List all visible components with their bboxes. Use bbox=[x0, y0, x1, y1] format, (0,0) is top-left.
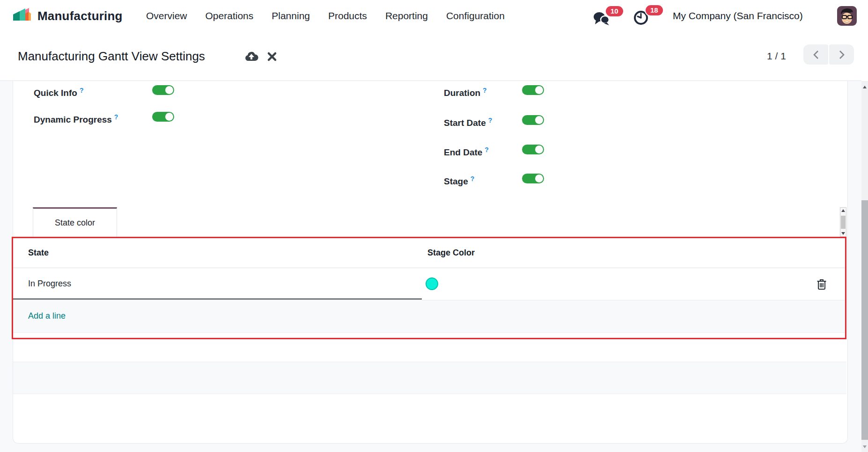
help-icon[interactable]: ? bbox=[485, 146, 489, 153]
toggle-duration[interactable] bbox=[522, 85, 544, 95]
pager-next-button[interactable] bbox=[829, 44, 854, 65]
menu-products[interactable]: Products bbox=[328, 10, 367, 22]
menu-overview[interactable]: Overview bbox=[146, 10, 187, 22]
scroll-up-arrow-icon[interactable] bbox=[841, 209, 845, 212]
help-icon[interactable]: ? bbox=[488, 117, 493, 124]
scroll-down-arrow-icon[interactable] bbox=[841, 232, 845, 235]
cell-edit-underline bbox=[13, 299, 422, 299]
user-avatar[interactable] bbox=[837, 6, 857, 26]
add-line-row: Add a line bbox=[13, 300, 846, 333]
column-header-stage-color[interactable]: Stage Color bbox=[427, 237, 475, 268]
top-navbar: Manufacturing Overview Operations Planni… bbox=[0, 0, 868, 32]
menu-reporting[interactable]: Reporting bbox=[385, 10, 428, 22]
tab-state-color[interactable]: State color bbox=[33, 207, 117, 237]
activities-badge: 18 bbox=[645, 4, 664, 16]
record-pager-value: 1 / 1 bbox=[767, 48, 786, 65]
field-label-stage: Stage? bbox=[444, 173, 474, 185]
empty-row-stripe bbox=[13, 362, 846, 394]
help-icon[interactable]: ? bbox=[471, 175, 475, 182]
menu-operations[interactable]: Operations bbox=[206, 10, 254, 22]
field-label-start-date: Start Date? bbox=[444, 114, 492, 126]
table-row[interactable]: In Progress bbox=[13, 268, 846, 300]
inner-scrollbar[interactable] bbox=[840, 207, 846, 237]
state-cell[interactable]: In Progress bbox=[28, 268, 71, 300]
field-label-duration: Duration? bbox=[444, 84, 487, 96]
menu-configuration[interactable]: Configuration bbox=[446, 10, 505, 22]
help-icon[interactable]: ? bbox=[483, 87, 487, 94]
toggle-start-date[interactable] bbox=[522, 115, 544, 125]
help-icon[interactable]: ? bbox=[80, 87, 84, 94]
chevron-right-icon bbox=[838, 50, 846, 60]
toggle-end-date[interactable] bbox=[522, 145, 544, 154]
field-label-dynamic-progress: Dynamic Progress? bbox=[34, 111, 118, 123]
main-menu: Overview Operations Planning Products Re… bbox=[146, 0, 505, 32]
app-switcher[interactable]: Manufacturing bbox=[11, 0, 123, 32]
table-header-row: State Stage Color bbox=[13, 237, 846, 268]
messages-badge: 10 bbox=[605, 5, 624, 17]
window-scrollbar-thumb[interactable] bbox=[861, 200, 868, 440]
manufacturing-app-icon bbox=[11, 7, 32, 25]
stage-color-swatch[interactable] bbox=[426, 277, 438, 290]
column-header-state[interactable]: State bbox=[28, 237, 49, 268]
odoo-manufacturing-settings-page: Manufacturing Overview Operations Planni… bbox=[0, 0, 868, 452]
add-a-line-link[interactable]: Add a line bbox=[28, 300, 66, 333]
discard-x-icon[interactable] bbox=[267, 51, 277, 64]
toggle-quick-info[interactable] bbox=[152, 85, 174, 95]
save-cloud-icon[interactable] bbox=[244, 51, 258, 64]
field-label-end-date: End Date? bbox=[444, 144, 489, 156]
record-pager bbox=[803, 44, 854, 65]
form-content: Quick Info? Dynamic Progress? Duration? … bbox=[0, 81, 861, 452]
scrollbar-down-arrow-icon[interactable] bbox=[863, 445, 867, 448]
menu-planning[interactable]: Planning bbox=[272, 10, 310, 22]
delete-row-trash-icon[interactable] bbox=[817, 278, 827, 292]
toggle-dynamic-progress[interactable] bbox=[152, 112, 174, 122]
scrollbar-up-arrow-icon[interactable] bbox=[863, 86, 867, 88]
help-icon[interactable]: ? bbox=[114, 113, 118, 121]
window-scrollbar[interactable] bbox=[861, 81, 868, 452]
field-label-quick-info: Quick Info? bbox=[34, 84, 83, 96]
control-panel: Manufacturing Gantt View Settings 1 / 1 bbox=[0, 32, 861, 81]
toggle-stage[interactable] bbox=[522, 174, 544, 183]
breadcrumb-title: Manufacturing Gantt View Settings bbox=[18, 46, 205, 66]
app-name: Manufacturing bbox=[37, 9, 123, 23]
inner-scrollbar-thumb[interactable] bbox=[841, 216, 846, 229]
pager-previous-button[interactable] bbox=[803, 44, 828, 65]
company-selector[interactable]: My Company (San Francisco) bbox=[673, 0, 803, 32]
chevron-left-icon bbox=[812, 50, 820, 60]
